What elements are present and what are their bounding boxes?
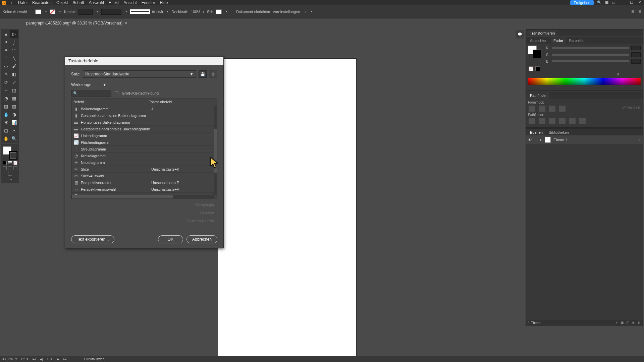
zoom-tool-icon[interactable]: 🔍	[10, 134, 18, 142]
pf-exclude-icon[interactable]	[559, 106, 566, 112]
gradient-tool-icon[interactable]: ▥	[10, 102, 18, 110]
eyedropper-tool-icon[interactable]: 💧	[2, 110, 10, 118]
tab-transform[interactable]: Transformieren	[527, 30, 557, 36]
opacity-value[interactable]: 100%	[191, 10, 200, 14]
scale-tool-icon[interactable]: ⤢	[10, 78, 18, 86]
home-icon[interactable]: ⌂	[9, 0, 12, 5]
pf-unite-icon[interactable]	[529, 106, 535, 112]
tab-layers[interactable]: Ebenen	[527, 129, 545, 135]
width-tool-icon[interactable]: ↔	[2, 86, 10, 94]
new-sublayer-icon[interactable]: ◫	[626, 321, 629, 325]
color-mode-icon[interactable]	[3, 161, 7, 165]
visibility-icon[interactable]: 👁	[528, 138, 532, 142]
line-tool-icon[interactable]: ╲	[10, 54, 18, 62]
blend-tool-icon[interactable]: ◑	[10, 110, 18, 118]
free-transform-tool-icon[interactable]: ◫	[10, 86, 18, 94]
target-icon[interactable]: ○	[638, 138, 641, 142]
table-hscrollbar[interactable]	[71, 195, 214, 199]
new-layer-icon[interactable]: ⊕	[632, 321, 635, 325]
menu-fenster[interactable]: Fenster	[142, 0, 155, 5]
table-row[interactable]: ✂SliceUmschalttaste+K	[71, 166, 214, 173]
none-mode-icon[interactable]	[13, 161, 17, 165]
expand-arrow-icon[interactable]: ▸	[540, 138, 542, 141]
menu-schrift[interactable]: Schrift	[73, 0, 84, 5]
brush-definition[interactable]	[130, 9, 150, 14]
layer-row[interactable]: 👁 ▸ Ebene 1 ○	[526, 135, 643, 144]
table-row[interactable]: ✂Slice-Auswahl	[71, 173, 214, 179]
g-value[interactable]	[631, 52, 641, 57]
tab-pathfinder[interactable]: Pathfinder	[527, 93, 549, 99]
draw-inside-icon[interactable]	[13, 166, 17, 170]
type-dropdown[interactable]: Werkzeuge	[71, 82, 91, 87]
type-tool-icon[interactable]: T	[2, 54, 10, 62]
close-icon[interactable]: ✕	[637, 0, 642, 5]
table-row[interactable]: ▮Gestapeltes vertikales Balkendiagramm	[71, 112, 214, 119]
layout2-icon[interactable]: ⊟	[638, 9, 641, 14]
r-value[interactable]	[631, 46, 641, 50]
app-icon[interactable]: Ai	[2, 1, 6, 5]
stroke-swatch[interactable]	[50, 9, 55, 14]
transform-panel[interactable]: Transformieren	[526, 29, 643, 36]
b-slider[interactable]	[552, 60, 629, 62]
case-checkbox[interactable]	[115, 92, 118, 95]
draw-behind-icon[interactable]	[8, 166, 12, 170]
maximize-icon[interactable]: ☐	[629, 0, 634, 5]
ok-button[interactable]: OK	[158, 235, 183, 243]
fill-swatch[interactable]	[35, 9, 41, 14]
zoom-value[interactable]: 33,33%	[2, 357, 13, 361]
pf-crop-icon[interactable]	[559, 118, 566, 124]
hand-tool-icon[interactable]: ✋	[2, 134, 10, 142]
brush-tool-icon[interactable]: 🖌	[10, 62, 18, 70]
delete-layer-icon[interactable]: 🗑	[637, 321, 641, 325]
tab-colorguide[interactable]: Farbhilfe	[567, 38, 586, 44]
menu-objekt[interactable]: Objekt	[56, 0, 68, 5]
pf-merge-icon[interactable]	[549, 118, 555, 124]
set-dropdown[interactable]: Illustrator-Standardwerte▼	[83, 70, 196, 78]
table-row[interactable]: 📉Flächendiagramm	[71, 139, 214, 146]
eraser-tool-icon[interactable]: ◧	[10, 70, 18, 78]
table-row[interactable]: ▬Horizontales Balkendiagramm	[71, 119, 214, 126]
b-value[interactable]	[631, 59, 641, 64]
selection-tool-icon[interactable]: ▲	[2, 30, 10, 38]
direct-selection-tool-icon[interactable]: ▷	[10, 30, 18, 38]
magic-wand-tool-icon[interactable]: ✦	[2, 38, 10, 46]
locate-layer-icon[interactable]: ⌖	[616, 321, 618, 325]
g-slider[interactable]	[552, 54, 629, 56]
search-input[interactable]: 🔍	[71, 90, 111, 97]
shape-builder-tool-icon[interactable]: ◔	[2, 94, 10, 102]
arrange-icon[interactable]: ▦	[605, 0, 608, 5]
search-icon[interactable]: 🔍	[597, 0, 602, 5]
menu-datei[interactable]: Datei	[18, 0, 28, 5]
rotation-value[interactable]: 0°	[21, 357, 25, 361]
pf-divide-icon[interactable]	[529, 118, 535, 124]
share-button[interactable]: Freigeben	[570, 0, 594, 5]
r-slider[interactable]	[552, 47, 629, 49]
screen-mode-icon[interactable]	[8, 172, 12, 176]
cancel-button[interactable]: Abbrechen	[186, 235, 217, 243]
prev-page-icon[interactable]: ◀	[40, 357, 43, 361]
tab-close-icon[interactable]: ✕	[124, 21, 127, 25]
make-clip-icon[interactable]: ▣	[621, 321, 624, 325]
fill-stroke-control[interactable]	[2, 145, 18, 160]
document-tab[interactable]: paragraph-1485228.png* @ 33,33 % (RGB/Vo…	[23, 19, 130, 27]
perspective-tool-icon[interactable]: ▦	[10, 94, 18, 102]
workspace-icon[interactable]: ▭	[612, 0, 615, 5]
table-row[interactable]: ▱PerspektivenauswahlUmschalttaste+V	[71, 186, 214, 193]
rotate-tool-icon[interactable]: ⟳	[2, 78, 10, 86]
document-setup-button[interactable]: Dokument einrichten	[236, 10, 270, 14]
black-swatch-icon[interactable]	[535, 66, 540, 71]
table-row[interactable]: ▬Gestapeltes horizontales Balkendiagramm	[71, 126, 214, 132]
page-value[interactable]: 1	[47, 357, 49, 361]
menu-ansicht[interactable]: Ansicht	[123, 0, 137, 5]
pf-minus-back-icon[interactable]	[579, 118, 586, 124]
artboard-tool-icon[interactable]: ▢	[2, 126, 10, 134]
gradient-mode-icon[interactable]	[8, 161, 12, 165]
properties-icon[interactable]: 💬	[516, 30, 524, 39]
pf-trim-icon[interactable]	[539, 118, 545, 124]
tab-align[interactable]: Ausrichten	[527, 38, 550, 44]
tab-libraries[interactable]: Bibliotheken	[546, 129, 572, 135]
style-swatch[interactable]	[216, 9, 222, 14]
first-page-icon[interactable]: ⏮	[33, 357, 36, 361]
pf-minus-front-icon[interactable]	[539, 106, 545, 112]
layout-icon[interactable]: ⊞	[631, 9, 634, 14]
